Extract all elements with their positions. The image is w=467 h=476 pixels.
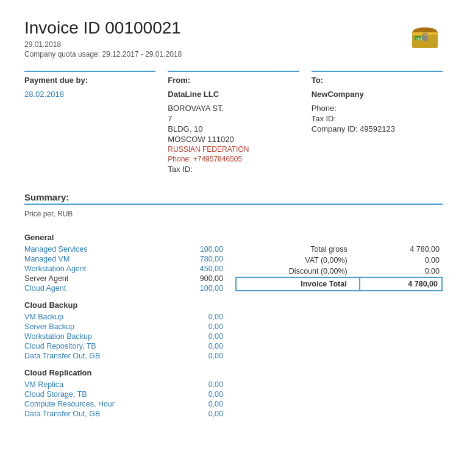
invoice-date: 29.01.2018 — [24, 40, 182, 49]
gross-label: Total gross — [236, 244, 360, 255]
item-value: 0,00 — [174, 313, 223, 321]
list-item: Managed Services 100,00 — [24, 244, 223, 254]
totals-panel: Total gross 4 780,00 VAT (0,00%) 0,00 Di… — [235, 226, 443, 291]
to-phone-label: Phone: — [312, 104, 443, 113]
invoice-total-row: Invoice Total 4 780,00 — [236, 277, 442, 291]
discount-value: 0,00 — [360, 266, 442, 277]
item-name: Cloud Agent — [24, 284, 174, 293]
from-section: From: DataLine LLC BOROVAYA ST. 7 BLDG. … — [168, 71, 299, 175]
from-label: From: — [168, 76, 299, 85]
general-items: Managed Services 100,00 Managed VM 780,0… — [24, 244, 223, 293]
item-name: Managed Services — [24, 245, 174, 254]
cloud-backup-header: Cloud Backup — [24, 300, 223, 310]
item-value: 0,00 — [174, 342, 223, 350]
from-addr-1: BOROVAYA ST. — [168, 104, 299, 113]
from-company: DataLine LLC — [168, 90, 299, 99]
item-name: Workstation Agent — [24, 265, 174, 273]
item-name: VM Replica — [24, 380, 174, 389]
list-item: Data Transfer Out, GB 0,00 — [24, 409, 223, 419]
general-header: General — [24, 233, 223, 242]
item-value: 450,00 — [174, 265, 223, 273]
item-name: Data Transfer Out, GB — [24, 410, 174, 418]
item-value: 100,00 — [174, 245, 223, 254]
header: Invoice ID 00100021 29.01.2018 Company q… — [24, 18, 443, 59]
item-value: 0,00 — [174, 400, 223, 408]
billing-info: Payment due by: 28.02.2018 From: DataLin… — [24, 71, 443, 175]
item-name: VM Backup — [24, 313, 174, 321]
to-section: To: NewCompany Phone: Tax ID: Company ID… — [312, 71, 443, 175]
list-item: Server Backup 0,00 — [24, 322, 223, 332]
item-value: 900,00 — [174, 274, 223, 283]
discount-label: Discount (0,00%) — [236, 266, 360, 277]
line-items-panel: General Managed Services 100,00 Managed … — [24, 226, 223, 419]
from-phone: Phone: +74957846505 — [168, 155, 299, 163]
svg-text:DATA: DATA — [416, 37, 422, 40]
invoice-quota: Company quota usage: 29.12.2017 - 29.01.… — [24, 50, 182, 59]
total-value: 4 780,00 — [360, 277, 442, 291]
list-item: Workstation Agent 450,00 — [24, 264, 223, 274]
to-tax-label: Tax ID: — [312, 114, 443, 123]
total-label: Invoice Total — [236, 277, 360, 291]
from-addr-5: RUSSIAN FEDERATION — [168, 145, 299, 154]
to-details: Phone: Tax ID: Company ID: 49592123 — [312, 104, 443, 133]
summary-content: General Managed Services 100,00 Managed … — [24, 226, 443, 419]
list-item: Workstation Backup 0,00 — [24, 332, 223, 341]
cloud-replication-items: VM Replica 0,00 Cloud Storage, TB 0,00 C… — [24, 380, 223, 419]
item-name: Server Backup — [24, 322, 174, 331]
list-item: VM Replica 0,00 — [24, 380, 223, 389]
to-company: NewCompany — [312, 90, 443, 99]
totals-table: Total gross 4 780,00 VAT (0,00%) 0,00 Di… — [235, 244, 443, 291]
from-taxid: Tax ID: — [168, 165, 299, 174]
cloud-replication-header: Cloud Replication — [24, 368, 223, 377]
item-value: 0,00 — [174, 380, 223, 389]
item-value: 0,00 — [174, 352, 223, 360]
list-item: Cloud Repository, TB 0,00 — [24, 341, 223, 351]
payment-section: Payment due by: 28.02.2018 — [24, 71, 155, 175]
dataline-logo: DATA — [407, 21, 443, 51]
item-name: Compute Resources, Hour — [24, 400, 174, 408]
payment-label: Payment due by: — [24, 76, 155, 85]
list-item: Managed VM 780,00 — [24, 254, 223, 264]
item-name: Data Transfer Out, GB — [24, 352, 174, 360]
item-name: Server Agent — [24, 274, 174, 283]
price-per: Price per, RUB — [24, 210, 443, 218]
item-value: 780,00 — [174, 255, 223, 263]
item-name: Workstation Backup — [24, 332, 174, 341]
item-value: 0,00 — [174, 322, 223, 331]
summary-section: Summary: Price per, RUB General Managed … — [24, 192, 443, 419]
item-name: Managed VM — [24, 255, 174, 263]
vat-value: 0,00 — [360, 255, 442, 266]
from-addr-2: 7 — [168, 114, 299, 123]
item-value: 0,00 — [174, 390, 223, 399]
table-row: VAT (0,00%) 0,00 — [236, 255, 442, 266]
to-company-id: Company ID: 49592123 — [312, 124, 443, 133]
summary-label: Summary: — [24, 192, 443, 202]
list-item: Compute Resources, Hour 0,00 — [24, 399, 223, 409]
item-value: 0,00 — [174, 410, 223, 418]
to-label: To: — [312, 76, 443, 85]
list-item: Cloud Storage, TB 0,00 — [24, 389, 223, 399]
from-address: BOROVAYA ST. 7 BLDG. 10 MOSCOW 111020 RU… — [168, 104, 299, 174]
table-row: Discount (0,00%) 0,00 — [236, 266, 442, 277]
item-value: 100,00 — [174, 284, 223, 293]
header-left: Invoice ID 00100021 29.01.2018 Company q… — [24, 18, 182, 59]
list-item: VM Backup 0,00 — [24, 312, 223, 322]
gross-value: 4 780,00 — [360, 244, 442, 255]
list-item: Cloud Agent 100,00 — [24, 283, 223, 293]
item-name: Cloud Repository, TB — [24, 342, 174, 350]
list-item: Server Agent 900,00 — [24, 274, 223, 283]
vat-label: VAT (0,00%) — [236, 255, 360, 266]
item-value: 0,00 — [174, 332, 223, 341]
from-addr-3: BLDG. 10 — [168, 124, 299, 133]
payment-value: 28.02.2018 — [24, 90, 155, 99]
invoice-title: Invoice ID 00100021 — [24, 18, 182, 38]
cloud-backup-items: VM Backup 0,00 Server Backup 0,00 Workst… — [24, 312, 223, 361]
list-item: Data Transfer Out, GB 0,00 — [24, 351, 223, 361]
table-row: Total gross 4 780,00 — [236, 244, 442, 255]
item-name: Cloud Storage, TB — [24, 390, 174, 399]
from-addr-4: MOSCOW 111020 — [168, 135, 299, 144]
